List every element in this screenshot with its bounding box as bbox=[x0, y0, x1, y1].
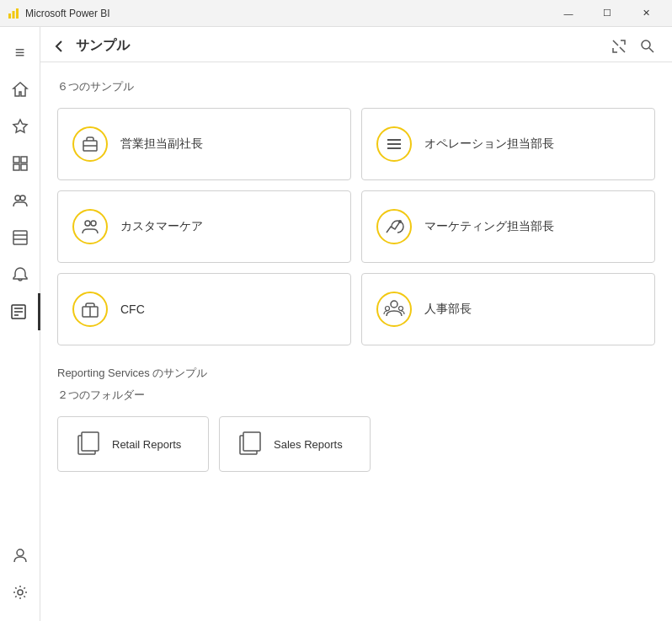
search-icon bbox=[640, 39, 655, 54]
powerbi-icon bbox=[7, 7, 20, 20]
expand-icon bbox=[611, 39, 627, 54]
svg-point-31 bbox=[377, 210, 411, 244]
main-content: サンプル ６つのサンプル bbox=[40, 27, 672, 621]
settings-icon bbox=[12, 584, 29, 601]
card-icon-briefcase bbox=[72, 126, 109, 163]
rs-section-title: Reporting Services のサンプル bbox=[57, 366, 655, 381]
page-title: サンプル bbox=[76, 37, 130, 55]
shared-icon bbox=[12, 192, 29, 209]
title-bar-left: Microsoft Power BI bbox=[7, 7, 110, 20]
sidebar-item-workspaces[interactable] bbox=[0, 219, 40, 256]
bell-icon bbox=[12, 266, 29, 283]
svg-rect-0 bbox=[8, 13, 11, 19]
svg-rect-43 bbox=[243, 432, 260, 451]
svg-point-20 bbox=[73, 127, 107, 161]
svg-rect-9 bbox=[13, 231, 27, 244]
card-hr[interactable]: 人事部長 bbox=[361, 273, 655, 345]
svg-rect-6 bbox=[21, 164, 27, 170]
svg-line-19 bbox=[649, 48, 653, 52]
close-button[interactable]: ✕ bbox=[627, 0, 665, 27]
sidebar-item-notifications[interactable] bbox=[0, 256, 40, 293]
folder-label-retail: Retail Reports bbox=[112, 438, 181, 451]
card-label-cfc: CFC bbox=[120, 302, 145, 316]
back-arrow-icon bbox=[51, 38, 67, 55]
data-icon bbox=[10, 303, 27, 320]
sidebar-item-apps[interactable] bbox=[0, 145, 40, 182]
svg-point-38 bbox=[386, 307, 390, 311]
card-icon-chart bbox=[376, 208, 413, 245]
card-customer-care[interactable]: カスタマーケア bbox=[57, 190, 351, 263]
apps-icon bbox=[12, 155, 29, 172]
svg-point-18 bbox=[642, 40, 650, 49]
card-icon-suitcase bbox=[72, 291, 109, 328]
menu-icon: ≡ bbox=[15, 43, 25, 62]
window-controls: — ☐ ✕ bbox=[549, 0, 665, 27]
home-icon bbox=[12, 81, 29, 98]
content-area: ６つのサンプル 営業担当副社長 bbox=[40, 62, 672, 489]
card-marketing[interactable]: マーケティング担当部長 bbox=[361, 190, 655, 263]
expand-button[interactable] bbox=[611, 39, 627, 54]
sidebar-item-settings[interactable] bbox=[0, 574, 40, 611]
card-vp-ops[interactable]: オペレーション担当部長 bbox=[361, 108, 655, 180]
search-button[interactable] bbox=[640, 39, 655, 54]
folder-icon-sales bbox=[237, 431, 264, 458]
svg-point-28 bbox=[73, 210, 107, 244]
card-icon-people bbox=[72, 208, 109, 245]
svg-point-39 bbox=[399, 307, 403, 311]
card-cfc[interactable]: CFC bbox=[57, 273, 351, 345]
svg-point-37 bbox=[391, 301, 397, 308]
card-label-vp-sales: 営業担当副社長 bbox=[120, 137, 203, 152]
svg-point-30 bbox=[91, 221, 96, 226]
header-left: サンプル bbox=[51, 37, 130, 55]
folder-grid: Retail Reports Sales Reports bbox=[57, 416, 655, 472]
sidebar-item-menu[interactable]: ≡ bbox=[0, 34, 40, 71]
sidebar-item-user[interactable] bbox=[0, 537, 40, 574]
sidebar-item-reports[interactable] bbox=[0, 293, 40, 330]
sidebar-bottom bbox=[0, 537, 40, 621]
svg-point-29 bbox=[85, 221, 90, 226]
card-icon-list bbox=[376, 126, 413, 163]
workspaces-icon bbox=[12, 229, 29, 246]
card-label-hr: 人事部長 bbox=[424, 302, 472, 317]
app-title: Microsoft Power BI bbox=[25, 8, 110, 19]
app-body: ≡ bbox=[0, 27, 672, 621]
svg-point-17 bbox=[18, 590, 23, 595]
card-icon-group bbox=[376, 291, 413, 328]
svg-rect-1 bbox=[13, 11, 15, 19]
svg-point-7 bbox=[15, 195, 20, 201]
card-label-customer-care: カスタマーケア bbox=[120, 219, 203, 234]
maximize-button[interactable]: ☐ bbox=[588, 0, 627, 27]
card-vp-sales[interactable]: 営業担当副社長 bbox=[57, 108, 351, 180]
star-icon bbox=[12, 118, 29, 135]
card-label-vp-ops: オペレーション担当部長 bbox=[424, 137, 554, 152]
sample-count: ６つのサンプル bbox=[57, 79, 655, 94]
sidebar: ≡ bbox=[0, 27, 40, 621]
svg-rect-5 bbox=[13, 164, 19, 170]
user-icon bbox=[12, 547, 29, 564]
svg-rect-4 bbox=[21, 157, 27, 163]
content-header: サンプル bbox=[40, 27, 672, 62]
folder-label-sales: Sales Reports bbox=[274, 438, 343, 451]
svg-point-36 bbox=[377, 292, 411, 326]
sample-card-grid: 営業担当副社長 オペレーション担当部長 bbox=[57, 108, 655, 345]
svg-rect-3 bbox=[13, 157, 19, 163]
svg-point-16 bbox=[17, 549, 24, 556]
card-label-marketing: マーケティング担当部長 bbox=[424, 219, 554, 234]
sidebar-item-shared[interactable] bbox=[0, 182, 40, 219]
folder-card-sales[interactable]: Sales Reports bbox=[219, 416, 371, 472]
folder-card-retail[interactable]: Retail Reports bbox=[57, 416, 209, 472]
svg-rect-41 bbox=[82, 432, 99, 451]
sidebar-item-favorites[interactable] bbox=[0, 108, 40, 145]
svg-point-8 bbox=[20, 195, 25, 201]
folder-count: ２つのフォルダー bbox=[57, 388, 655, 403]
minimize-button[interactable]: — bbox=[549, 0, 588, 27]
back-button[interactable] bbox=[51, 38, 67, 55]
svg-rect-2 bbox=[16, 8, 19, 19]
sidebar-item-home[interactable] bbox=[0, 71, 40, 108]
title-bar: Microsoft Power BI — ☐ ✕ bbox=[0, 0, 672, 27]
folder-icon-retail bbox=[75, 431, 102, 458]
header-right bbox=[611, 39, 655, 54]
